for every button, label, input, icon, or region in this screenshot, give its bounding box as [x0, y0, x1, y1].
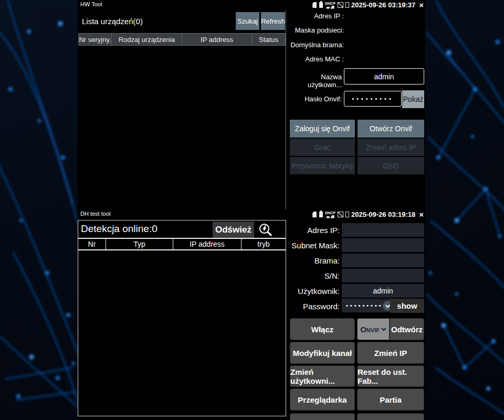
device-list-pane: Lista urządzeń(0) Szukaj Refresh Nr sery…: [78, 10, 286, 209]
battery-icon: [319, 212, 323, 217]
refresh-button[interactable]: Refresh: [261, 12, 285, 30]
extra-button-right[interactable]: [357, 413, 424, 420]
show-password-button[interactable]: Pokaż: [402, 90, 424, 108]
enable-button[interactable]: Włącz: [290, 318, 355, 340]
col-typ[interactable]: Typ: [106, 239, 173, 249]
dh-test-tool-window: DH test tool DHCP 2025-09-26 03:19:18 × …: [78, 209, 425, 420]
password-input[interactable]: •••••••••: [344, 91, 402, 107]
change-ip-button[interactable]: Zmień IP: [357, 342, 424, 364]
device-table-header: Nr seryjny. Rodzaj urządzenia IP address…: [78, 33, 286, 46]
password-label: Hasło Onvif:: [287, 95, 342, 103]
mask-label: Maska podsieci:: [289, 26, 344, 34]
sd-card-icon: [312, 2, 317, 8]
refresh-button[interactable]: Odśwież: [213, 222, 254, 238]
mask-input[interactable]: [342, 238, 424, 252]
onvif-login-button[interactable]: Zaloguj się Onvif: [290, 120, 355, 138]
no-signal-icon: [338, 212, 343, 217]
col-ip[interactable]: IP address: [182, 33, 252, 46]
search-lightning-icon[interactable]: [258, 223, 272, 237]
factory-reset-button[interactable]: Przywrócić fabrykę: [290, 157, 355, 174]
play-button[interactable]: Odtwórz: [390, 318, 424, 340]
onvif-protocol-dropdown[interactable]: Onvif: [357, 318, 390, 340]
batch-button[interactable]: Partia: [357, 388, 424, 411]
gateway-label: Domyślna brama:: [289, 41, 344, 49]
ip-label: Adres IP:: [287, 226, 340, 235]
change-ip-button[interactable]: Zmień adres IP: [358, 139, 424, 156]
col-serial[interactable]: Nr seryjny.: [78, 33, 112, 46]
onvif-form-pane: Adres IP : Maska podsieci: Domyślna bram…: [287, 10, 425, 209]
chevron-down-icon: [381, 327, 386, 331]
battery-icon: [319, 2, 323, 8]
detection-table-header: Nr Typ IP address tryb: [78, 238, 286, 250]
window-title: DH test tool: [80, 211, 110, 217]
status-icons: DHCP 2025-09-26 03:19:37 ×: [312, 0, 424, 10]
col-tryb[interactable]: tryb: [241, 239, 286, 249]
device-list-title: Lista urządzeń(0): [82, 17, 143, 26]
username-label: Użytkownik:: [287, 287, 340, 296]
close-icon[interactable]: ×: [419, 2, 424, 9]
mac-label: Adres MAC :: [289, 55, 344, 63]
status-icons: DHCP 2025-09-26 03:19:18 ×: [312, 209, 424, 219]
col-nr[interactable]: Nr: [78, 239, 106, 249]
dh-form-pane: Adres IP: Subnet Mask: Brama: S/N: Użytk…: [287, 220, 425, 420]
password-label: Password:: [287, 302, 340, 311]
detection-title: Detekcja online:0: [81, 223, 158, 235]
port-icon: [345, 2, 349, 8]
gateway-label: Brama:: [287, 256, 340, 265]
play-button[interactable]: Grać: [290, 139, 355, 156]
desktop: HW Tool DHCP 2025-09-26 03:19:37 × Lista…: [0, 0, 504, 420]
hw-tool-window: HW Tool DHCP 2025-09-26 03:19:37 × Lista…: [78, 0, 425, 209]
username-input[interactable]: admin: [342, 284, 424, 298]
dhcp-icon: DHCP: [325, 2, 335, 9]
username-label: Nazwa użytkown...: [287, 73, 342, 89]
ip-label: Adres IP :: [289, 12, 344, 20]
port-icon: [345, 212, 349, 217]
window-title: HW Tool: [80, 1, 102, 7]
detection-list-pane: Detekcja online:0 Odśwież Nr Typ IP addr…: [78, 220, 286, 416]
username-input[interactable]: admin: [344, 68, 424, 85]
hw-tool-titlebar: HW Tool DHCP 2025-09-26 03:19:37 ×: [78, 0, 425, 10]
sd-card-icon: [312, 212, 317, 217]
osd-button[interactable]: OSD: [358, 157, 424, 174]
gateway-input[interactable]: [342, 254, 424, 267]
dh-titlebar: DH test tool DHCP 2025-09-26 03:19:18 ×: [78, 209, 425, 219]
browser-button[interactable]: Przeglądarka: [290, 388, 355, 411]
close-icon[interactable]: ×: [419, 211, 424, 218]
sn-input[interactable]: [342, 269, 424, 282]
sn-label: S/N:: [287, 271, 340, 280]
modify-channel-button[interactable]: Modyfikuj kanał: [290, 342, 355, 364]
col-status[interactable]: Status: [252, 33, 286, 46]
col-type[interactable]: Rodzaj urządzenia: [112, 33, 182, 46]
search-button[interactable]: Szukaj: [236, 12, 259, 30]
clock: 2025-09-26 03:19:18: [351, 211, 415, 218]
mask-label: Subnet Mask:: [287, 241, 340, 250]
onvif-open-button[interactable]: Otwórz Onvif: [358, 120, 424, 138]
no-signal-icon: [338, 2, 343, 8]
ip-input[interactable]: [342, 223, 424, 237]
show-password-button[interactable]: show: [390, 299, 424, 313]
factory-reset-button[interactable]: Reset do ust. Fab...: [357, 365, 424, 387]
clock: 2025-09-26 03:19:37: [351, 1, 415, 9]
extra-button-left[interactable]: [290, 413, 355, 420]
change-user-button[interactable]: Zmień użytkowni...: [290, 365, 355, 387]
dhcp-icon: DHCP: [325, 211, 335, 218]
col-ip[interactable]: IP address: [173, 239, 241, 249]
